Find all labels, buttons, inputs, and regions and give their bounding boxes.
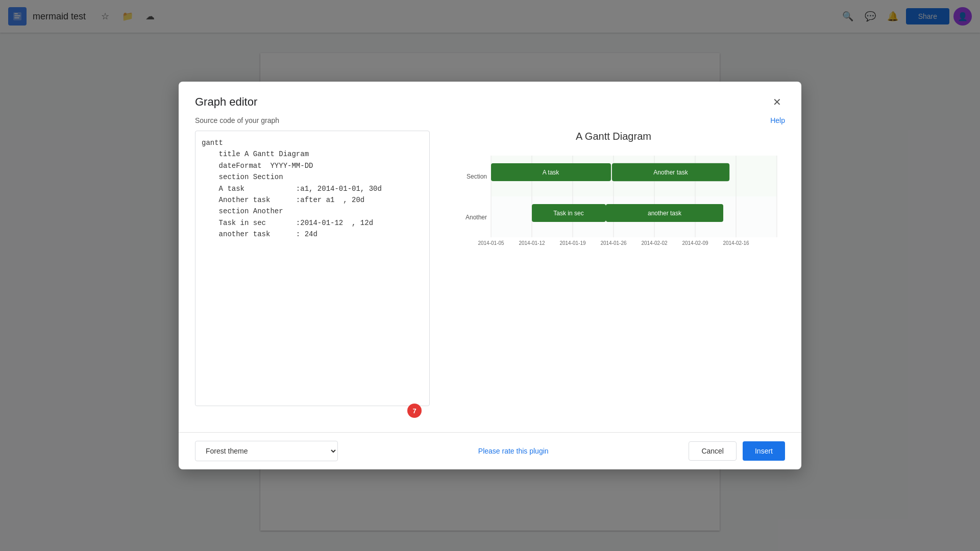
gantt-preview: A Gantt Diagram <box>442 131 785 426</box>
svg-text:Section: Section <box>467 173 487 180</box>
dialog-title: Graph editor <box>195 95 257 109</box>
graph-editor-dialog: Graph editor ✕ Source code of your graph… <box>179 82 801 469</box>
svg-text:Task in sec: Task in sec <box>553 210 583 217</box>
code-editor[interactable]: gantt title A Gantt Diagram dateFormat Y… <box>195 131 430 406</box>
gantt-chart-svg: Section Another A task Another task Anot… <box>442 151 785 253</box>
rate-plugin-link[interactable]: Please rate this plugin <box>478 447 549 455</box>
dialog-subtitle-row: Source code of your graph Help <box>179 116 801 131</box>
svg-text:2014-02-02: 2014-02-02 <box>641 240 668 246</box>
svg-text:Another: Another <box>465 214 487 221</box>
svg-text:2014-01-19: 2014-01-19 <box>559 240 586 246</box>
close-button[interactable]: ✕ <box>769 94 785 110</box>
theme-select[interactable]: Forest theme Default theme Dark theme Ne… <box>195 441 338 461</box>
dialog-footer: Forest theme Default theme Dark theme Ne… <box>179 432 801 469</box>
svg-text:2014-02-09: 2014-02-09 <box>682 240 708 246</box>
insert-button[interactable]: Insert <box>743 441 785 461</box>
modal-overlay: Graph editor ✕ Source code of your graph… <box>0 0 980 551</box>
gantt-title: A Gantt Diagram <box>576 131 651 142</box>
dialog-subtitle: Source code of your graph <box>195 116 279 124</box>
footer-buttons: Cancel Insert <box>689 441 785 461</box>
help-link[interactable]: Help <box>770 116 785 124</box>
line-count-badge: 7 <box>407 404 422 418</box>
svg-text:A task: A task <box>543 169 560 176</box>
cancel-button[interactable]: Cancel <box>689 441 737 461</box>
svg-text:another task: another task <box>648 210 682 217</box>
theme-select-wrap: Forest theme Default theme Dark theme Ne… <box>195 441 338 461</box>
svg-text:2014-02-16: 2014-02-16 <box>723 240 749 246</box>
svg-text:2014-01-05: 2014-01-05 <box>478 240 504 246</box>
dialog-body: gantt title A Gantt Diagram dateFormat Y… <box>179 131 801 426</box>
dialog-header: Graph editor ✕ <box>179 82 801 116</box>
code-editor-wrap: gantt title A Gantt Diagram dateFormat Y… <box>195 131 430 426</box>
svg-text:2014-01-26: 2014-01-26 <box>600 240 627 246</box>
svg-text:Another task: Another task <box>653 169 688 176</box>
svg-text:2014-01-12: 2014-01-12 <box>519 240 545 246</box>
